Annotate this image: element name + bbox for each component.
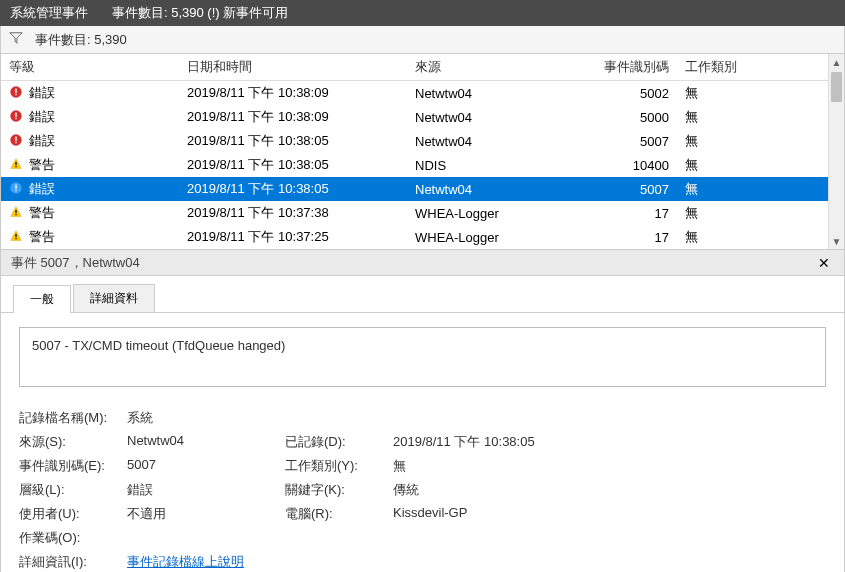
svg-rect-13 [15,189,16,190]
svg-rect-7 [15,136,16,140]
scroll-up-icon[interactable]: ▲ [829,54,844,70]
event-message: 5007 - TX/CMD timeout (TfdQueue hanged) [19,327,826,387]
value-eventid: 5007 [127,457,277,475]
detail-tabs: 一般 詳細資料 [1,276,844,313]
svg-rect-14 [15,209,16,213]
cell-source: Netwtw04 [407,177,591,201]
cell-category: 無 [677,129,844,153]
scroll-track[interactable] [829,70,844,233]
cell-datetime: 2019/8/11 下午 10:37:25 [179,225,407,249]
cell-level: 錯誤 [29,180,55,198]
error-icon [9,109,23,126]
cell-datetime: 2019/8/11 下午 10:38:05 [179,129,407,153]
svg-rect-15 [15,214,16,215]
column-source[interactable]: 來源 [407,54,591,81]
cell-datetime: 2019/8/11 下午 10:38:09 [179,105,407,129]
svg-rect-12 [15,184,16,188]
cell-source: WHEA-Logger [407,225,591,249]
cell-category: 無 [677,201,844,225]
grid-scrollbar[interactable]: ▲ ▼ [828,54,844,249]
table-row[interactable]: 錯誤2019/8/11 下午 10:38:05Netwtw045007無 [1,129,844,153]
cell-category: 無 [677,177,844,201]
svg-rect-16 [15,233,16,237]
warning-icon [9,157,23,174]
table-row[interactable]: 錯誤2019/8/11 下午 10:38:09Netwtw045002無 [1,81,844,106]
cell-eventid: 17 [591,225,677,249]
label-level: 層級(L): [19,481,119,499]
titlebar: 系統管理事件 事件數目: 5,390 (!) 新事件可用 [0,0,845,26]
table-row[interactable]: 警告2019/8/11 下午 10:38:05NDIS10400無 [1,153,844,177]
cell-eventid: 5007 [591,129,677,153]
value-computer: Kissdevil-GP [393,505,826,523]
cell-level: 警告 [29,204,55,222]
error-icon [9,133,23,150]
column-header-row: 等級 日期和時間 來源 事件識別碼 工作類別 [1,54,844,81]
value-source: Netwtw04 [127,433,277,451]
cell-category: 無 [677,81,844,106]
label-category: 工作類別(Y): [285,457,385,475]
warning-icon [9,205,23,222]
label-user: 使用者(U): [19,505,119,523]
error-icon [9,85,23,102]
link-moreinfo[interactable]: 事件記錄檔線上說明 [127,553,826,571]
tab-content-general: 5007 - TX/CMD timeout (TfdQueue hanged) … [1,313,844,572]
window-title: 系統管理事件 [10,4,88,22]
svg-rect-9 [15,161,16,165]
cell-datetime: 2019/8/11 下午 10:38:05 [179,153,407,177]
detail-panel: 一般 詳細資料 5007 - TX/CMD timeout (TfdQueue … [0,276,845,572]
cell-datetime: 2019/8/11 下午 10:38:05 [179,177,407,201]
cell-category: 無 [677,105,844,129]
table-row[interactable]: 警告2019/8/11 下午 10:37:25WHEA-Logger17無 [1,225,844,249]
cell-level: 警告 [29,228,55,246]
value-level: 錯誤 [127,481,277,499]
column-level[interactable]: 等級 [1,54,179,81]
scroll-thumb[interactable] [831,72,842,102]
table-row[interactable]: 錯誤2019/8/11 下午 10:38:09Netwtw045000無 [1,105,844,129]
cell-source: Netwtw04 [407,105,591,129]
event-count-summary: 事件數目: 5,390 (!) 新事件可用 [112,4,288,22]
warning-icon [9,229,23,246]
event-grid: 等級 日期和時間 來源 事件識別碼 工作類別 錯誤2019/8/11 下午 10… [0,54,845,250]
error-icon [9,181,23,198]
cell-category: 無 [677,153,844,177]
tab-details[interactable]: 詳細資料 [73,284,155,312]
scroll-down-icon[interactable]: ▼ [829,233,844,249]
tab-general[interactable]: 一般 [13,285,71,313]
svg-rect-1 [15,88,16,92]
svg-rect-8 [15,141,16,142]
cell-level: 警告 [29,156,55,174]
column-datetime[interactable]: 日期和時間 [179,54,407,81]
event-properties: 記錄檔名稱(M): 系統 來源(S): Netwtw04 已記錄(D): 201… [19,409,826,571]
table-row[interactable]: 警告2019/8/11 下午 10:37:38WHEA-Logger17無 [1,201,844,225]
value-user: 不適用 [127,505,277,523]
filter-icon[interactable] [9,31,23,48]
cell-source: Netwtw04 [407,81,591,106]
label-opcode: 作業碼(O): [19,529,119,547]
svg-rect-5 [15,117,16,118]
cell-eventid: 10400 [591,153,677,177]
value-keywords: 傳統 [393,481,826,499]
cell-eventid: 5000 [591,105,677,129]
cell-eventid: 17 [591,201,677,225]
filter-count-text: 事件數目: 5,390 [35,31,127,49]
label-computer: 電腦(R): [285,505,385,523]
cell-level: 錯誤 [29,108,55,126]
column-category[interactable]: 工作類別 [677,54,844,81]
close-icon[interactable]: ✕ [814,255,834,271]
value-logname: 系統 [127,409,826,427]
svg-rect-2 [15,93,16,94]
value-opcode [127,529,826,547]
label-logged: 已記錄(D): [285,433,385,451]
filter-bar: 事件數目: 5,390 [0,26,845,54]
column-eventid[interactable]: 事件識別碼 [591,54,677,81]
detail-title: 事件 5007，Netwtw04 [11,254,140,272]
detail-header: 事件 5007，Netwtw04 ✕ [0,250,845,276]
label-eventid: 事件識別碼(E): [19,457,119,475]
value-logged: 2019/8/11 下午 10:38:05 [393,433,826,451]
cell-level: 錯誤 [29,84,55,102]
cell-source: Netwtw04 [407,129,591,153]
svg-rect-10 [15,166,16,167]
cell-level: 錯誤 [29,132,55,150]
svg-rect-4 [15,112,16,116]
table-row[interactable]: 錯誤2019/8/11 下午 10:38:05Netwtw045007無 [1,177,844,201]
